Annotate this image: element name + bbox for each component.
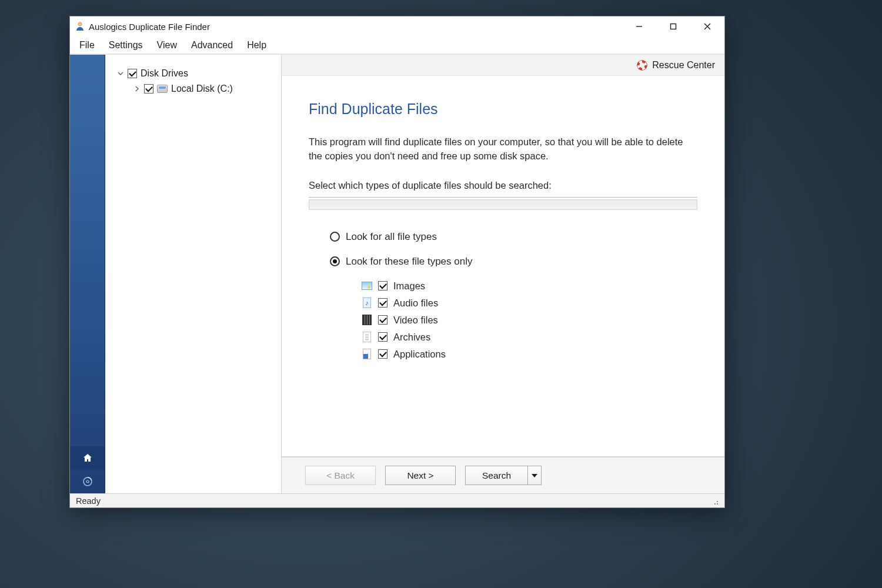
expander-icon[interactable] [133, 85, 141, 92]
home-icon [82, 452, 93, 464]
menu-view[interactable]: View [150, 39, 184, 52]
menu-help[interactable]: Help [240, 39, 273, 52]
label-images: Images [393, 280, 425, 292]
tree-root[interactable]: Disk Drives [117, 66, 276, 81]
radio-all-types[interactable]: Look for all file types [330, 231, 697, 243]
minimize-button[interactable] [622, 16, 656, 36]
resize-grip-icon[interactable] [710, 497, 719, 505]
image-icon [362, 280, 372, 291]
svg-rect-3 [671, 24, 676, 29]
back-button: < Back [305, 466, 376, 485]
label-video: Video files [393, 315, 438, 326]
client-area: Disk Drives Local Disk (C:) Rescue Cente… [70, 54, 724, 493]
rescue-bar: Rescue Center [282, 55, 724, 76]
drive-icon [157, 85, 168, 93]
tree-child-checkbox[interactable] [144, 84, 153, 93]
radio-icon[interactable] [330, 256, 340, 266]
menu-settings[interactable]: Settings [102, 39, 150, 52]
side-strip [70, 55, 105, 493]
radio-all-label: Look for all file types [346, 231, 437, 243]
tree-child-label: Local Disk (C:) [171, 83, 233, 94]
folder-tree[interactable]: Disk Drives Local Disk (C:) [105, 55, 282, 493]
archive-icon [362, 332, 372, 342]
tree-child-local-c[interactable]: Local Disk (C:) [133, 82, 276, 96]
close-button[interactable] [690, 16, 724, 36]
status-bar: Ready [70, 493, 724, 507]
menu-advanced[interactable]: Advanced [184, 39, 240, 52]
checkbox-video[interactable] [378, 315, 387, 325]
app-window: Auslogics Duplicate File Finder File Set… [69, 16, 725, 508]
checkbox-applications[interactable] [378, 349, 387, 359]
audio-icon [362, 298, 372, 308]
radio-selected-types[interactable]: Look for these file types only [330, 256, 697, 268]
type-row-images[interactable]: Images [362, 280, 697, 292]
title-bar[interactable]: Auslogics Duplicate File Finder [70, 16, 724, 36]
main-panel: Rescue Center Find Duplicate Files This … [282, 55, 724, 493]
rescue-center-link[interactable]: Rescue Center [652, 60, 715, 71]
home-button[interactable] [70, 446, 105, 470]
menu-file[interactable]: File [72, 39, 102, 52]
label-applications: Applications [393, 349, 446, 360]
radio-icon[interactable] [330, 232, 340, 242]
type-row-applications[interactable]: Applications [362, 349, 697, 360]
app-icon [75, 21, 85, 32]
inset-divider-bar [309, 199, 697, 210]
disc-icon [82, 476, 93, 487]
tree-root-checkbox[interactable] [128, 69, 137, 78]
chevron-down-icon [532, 474, 537, 477]
content-area: Find Duplicate Files This program will f… [282, 76, 724, 456]
filetype-list: Images Audio files Video files [330, 280, 697, 360]
expander-icon[interactable] [117, 70, 124, 77]
page-heading: Find Duplicate Files [309, 101, 697, 118]
type-row-video[interactable]: Video files [362, 315, 697, 326]
lifesaver-icon [637, 60, 647, 71]
type-row-audio[interactable]: Audio files [362, 298, 697, 309]
search-button-label[interactable]: Search [466, 466, 528, 485]
wizard-footer: < Back Next > Search [282, 456, 724, 493]
window-title: Auslogics Duplicate File Finder [89, 22, 622, 32]
radio-only-label: Look for these file types only [346, 256, 472, 268]
menu-bar: File Settings View Advanced Help [70, 36, 724, 54]
search-dropdown[interactable] [528, 474, 541, 477]
video-icon [362, 315, 372, 325]
checkbox-archives[interactable] [378, 332, 387, 342]
label-audio: Audio files [393, 298, 438, 309]
application-icon [362, 349, 372, 359]
checkbox-images[interactable] [378, 281, 387, 290]
disc-button[interactable] [70, 470, 105, 493]
maximize-button[interactable] [656, 16, 690, 36]
divider [309, 197, 697, 198]
type-row-archives[interactable]: Archives [362, 332, 697, 343]
select-prompt: Select which types of duplicate files sh… [309, 180, 697, 191]
checkbox-audio[interactable] [378, 298, 387, 308]
intro-text: This program will find duplicate files o… [309, 135, 697, 163]
label-archives: Archives [393, 332, 430, 343]
tree-root-label: Disk Drives [141, 68, 188, 79]
svg-point-7 [86, 480, 89, 483]
status-text: Ready [76, 496, 101, 506]
filetype-options: Look for all file types Look for these f… [309, 231, 697, 360]
search-button[interactable]: Search [465, 466, 542, 485]
next-button[interactable]: Next > [385, 466, 456, 485]
